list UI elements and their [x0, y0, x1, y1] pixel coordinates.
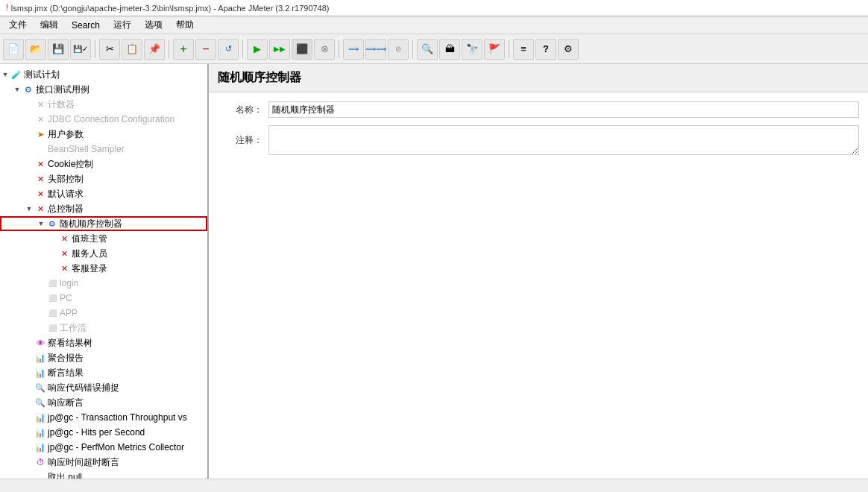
- icon-resptimeout: ⏱: [34, 456, 46, 468]
- tree-item-jdbc[interactable]: ✕ JDBC Connection Configuration: [0, 112, 207, 127]
- tree-item-jphits[interactable]: 📊 jp@gc - Hits per Second: [0, 425, 207, 440]
- toolbar-remotestop[interactable]: ⊘: [388, 39, 409, 60]
- toolbar-clear-draw[interactable]: ↺: [218, 39, 239, 60]
- icon-jphits: 📊: [34, 426, 46, 438]
- toolbar-startno[interactable]: ▶▶: [269, 39, 290, 60]
- tree-item-defaults[interactable]: ✕ 默认请求: [0, 186, 207, 201]
- label-userparams: 用户参数: [48, 128, 207, 141]
- tree-item-extractnull[interactable]: 取出 null: [0, 470, 207, 479]
- icon-header: ✕: [34, 173, 46, 185]
- tree-item-pc[interactable]: ⬜ PC: [0, 291, 207, 306]
- tree-item-app[interactable]: ⬜ APP: [0, 306, 207, 321]
- tree-item-respcode[interactable]: 🔍 响应代码错误捕捉: [0, 380, 207, 395]
- tree-item-workflow[interactable]: ⬜ 工作流: [0, 321, 207, 335]
- toolbar-list[interactable]: ≡: [513, 39, 534, 60]
- comment-label: 注释：: [218, 134, 262, 147]
- icon-defaults: ✕: [34, 188, 46, 200]
- tree-item-jpperfmon[interactable]: 📊 jp@gc - PerfMon Metrics Collector: [0, 440, 207, 455]
- toolbar-flag[interactable]: 🚩: [484, 39, 505, 60]
- toolbar-copy[interactable]: 📋: [122, 39, 142, 60]
- comment-input[interactable]: [268, 125, 859, 155]
- toolbar-sep2: [169, 40, 169, 58]
- toolbar-helpbtn[interactable]: ?: [535, 39, 556, 60]
- toolbar-paste[interactable]: 📌: [144, 39, 165, 60]
- label-cookie: Cookie控制: [48, 158, 207, 171]
- toolbar-settings[interactable]: ⚙: [558, 39, 579, 60]
- tree-item-cookie[interactable]: ✕ Cookie控制: [0, 157, 207, 171]
- tree-item-aggregate[interactable]: 📊 聚合报告: [0, 350, 207, 365]
- tree-item-guest[interactable]: ✕ 客服登录: [0, 261, 207, 276]
- icon-guest: ✕: [58, 262, 70, 274]
- menu-options[interactable]: 选项: [139, 17, 169, 33]
- toolbar-save[interactable]: 💾: [48, 39, 69, 60]
- title-icon: !: [6, 4, 8, 12]
- label-resulttree: 察看结果树: [48, 337, 207, 350]
- menu-run[interactable]: 运行: [107, 17, 137, 33]
- toolbar-template[interactable]: 🏔: [439, 39, 460, 60]
- toolbar-open[interactable]: 📂: [25, 39, 46, 60]
- toolbar-cut[interactable]: ✂: [99, 39, 120, 60]
- tree-item-parent[interactable]: ▼ ✕ 总控制器: [0, 201, 207, 216]
- icon-respassert: 🔍: [34, 397, 46, 409]
- tree-item-plan[interactable]: ▼ 🧪 测试计划: [0, 67, 207, 82]
- toolbar-remove[interactable]: −: [195, 39, 216, 60]
- toolbar-saveas[interactable]: 💾✓: [70, 39, 91, 60]
- toolbar-remoteall[interactable]: ⟹⟹: [365, 39, 386, 60]
- tree-item-counter[interactable]: ✕ 计数器: [0, 97, 207, 112]
- title-text: lsmsp.jmx (D:\gongju\apache-jmeter-3.2\b…: [11, 4, 330, 13]
- menu-edit[interactable]: 编辑: [34, 17, 64, 33]
- name-input[interactable]: [268, 101, 859, 118]
- icon-cashier: ✕: [58, 233, 70, 245]
- tree-item-login[interactable]: ⬜ login: [0, 276, 207, 291]
- menu-bar: 文件 编辑 Search 运行 选项 帮助: [0, 16, 868, 34]
- toolbar-remote[interactable]: ⟹: [343, 39, 364, 60]
- expander-plan: ▼: [0, 71, 10, 78]
- toolbar-stop[interactable]: ⬛: [292, 39, 312, 60]
- icon-cookie: ✕: [34, 158, 46, 170]
- tree-item-random[interactable]: ▼ ⚙ 随机顺序控制器: [0, 216, 207, 231]
- tree-item-cashier[interactable]: ✕ 值班主管: [0, 231, 207, 246]
- label-workflow: 工作流: [60, 322, 207, 335]
- toolbar-add[interactable]: +: [173, 39, 194, 60]
- label-header: 头部控制: [48, 173, 207, 186]
- title-bar: ! lsmsp.jmx (D:\gongju\apache-jmeter-3.2…: [0, 0, 868, 16]
- toolbar-sep5: [412, 40, 413, 58]
- toolbar-new[interactable]: 📄: [3, 39, 24, 60]
- label-beanshell: BeanShell Sampler: [48, 144, 207, 154]
- tree-item-beanshell[interactable]: BeanShell Sampler: [0, 142, 207, 157]
- toolbar: 📄 📂 💾 💾✓ ✂ 📋 📌 + − ↺ ▶ ▶▶ ⬛ ⊗ ⟹ ⟹⟹ ⊘ 🔍 🏔…: [0, 34, 868, 64]
- toolbar-binoculars[interactable]: 🔭: [462, 39, 482, 60]
- toolbar-sep3: [242, 40, 243, 58]
- expander-parent: ▼: [24, 205, 34, 212]
- menu-file[interactable]: 文件: [3, 17, 33, 33]
- label-jpperfmon: jp@gc - PerfMon Metrics Collector: [48, 442, 207, 452]
- icon-plan: 🧪: [10, 69, 22, 81]
- menu-help[interactable]: 帮助: [170, 17, 200, 33]
- tree-item-userparams[interactable]: ➤ 用户参数: [0, 127, 207, 142]
- tree-item-header[interactable]: ✕ 头部控制: [0, 171, 207, 186]
- toolbar-inspect[interactable]: 🔍: [417, 39, 438, 60]
- tree-item-assertresult[interactable]: 📊 断言结果: [0, 365, 207, 380]
- icon-app: ⬜: [46, 307, 58, 319]
- panel-form: 名称： 注释：: [209, 92, 868, 171]
- icon-respcode: 🔍: [34, 382, 46, 394]
- toolbar-shutdown[interactable]: ⊗: [314, 39, 335, 60]
- icon-resulttree: 👁: [34, 337, 46, 349]
- tree-item-thread[interactable]: ▼ ⚙ 接口测试用例: [0, 82, 207, 97]
- menu-search[interactable]: Search: [66, 19, 106, 32]
- label-plan: 测试计划: [24, 69, 207, 81]
- tree-item-resulttree[interactable]: 👁 察看结果树: [0, 335, 207, 350]
- label-login: login: [60, 278, 207, 288]
- tree-item-service[interactable]: ✕ 服务人员: [0, 246, 207, 261]
- tree-item-respassert[interactable]: 🔍 响应断言: [0, 395, 207, 410]
- label-guest: 客服登录: [72, 262, 207, 275]
- icon-aggregate: 📊: [34, 352, 46, 364]
- tree-panel: ▼ 🧪 测试计划 ▼ ⚙ 接口测试用例 ✕ 计数器 ✕ JDBC Connect…: [0, 64, 209, 479]
- label-counter: 计数器: [48, 98, 207, 111]
- icon-jdbc: ✕: [34, 113, 46, 125]
- tree-item-jptrans[interactable]: 📊 jp@gc - Transaction Throughput vs: [0, 410, 207, 425]
- label-thread: 接口测试用例: [36, 83, 207, 96]
- tree-item-resptimeout[interactable]: ⏱ 响应时间超时断言: [0, 455, 207, 470]
- toolbar-start[interactable]: ▶: [247, 39, 268, 60]
- toolbar-sep1: [95, 40, 95, 58]
